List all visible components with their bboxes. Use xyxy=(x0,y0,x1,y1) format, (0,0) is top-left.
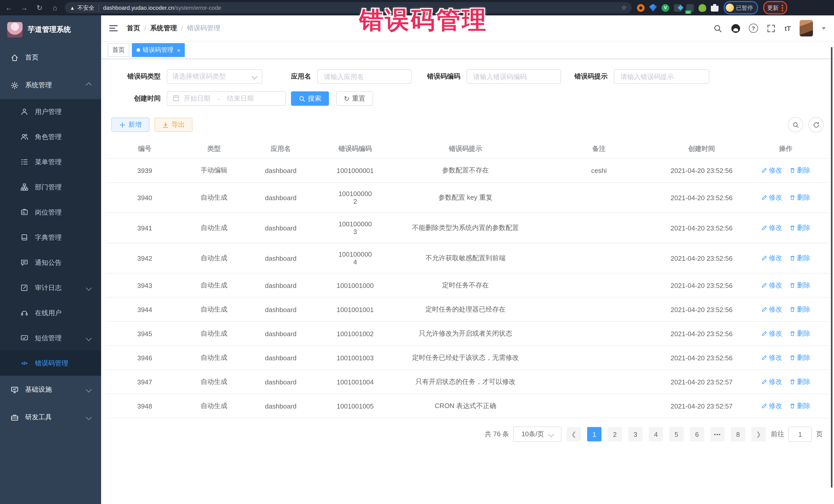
sidebar-toggle-icon[interactable] xyxy=(109,25,117,31)
start-date-placeholder[interactable]: 开始日期 xyxy=(184,94,211,103)
edit-link[interactable]: 修改 xyxy=(761,281,782,290)
prev-page-button[interactable]: ❮ xyxy=(567,427,581,441)
toggle-search-button[interactable] xyxy=(788,117,803,132)
delete-link[interactable]: 删除 xyxy=(789,166,810,175)
delete-link[interactable]: 删除 xyxy=(789,377,810,387)
edit-link[interactable]: 修改 xyxy=(761,329,782,338)
edit-link[interactable]: 修改 xyxy=(761,305,782,314)
browser-update-button[interactable]: 更新 xyxy=(763,1,787,14)
sidebar-item-dict-management[interactable]: 字典管理 xyxy=(0,225,101,250)
extension-icon[interactable] xyxy=(649,4,657,12)
page-button-1[interactable]: 1 xyxy=(587,427,601,441)
add-button[interactable]: 新增 xyxy=(111,117,149,132)
next-page-button[interactable]: ❯ xyxy=(751,427,766,441)
app-logo-row[interactable]: 芋道管理系统 xyxy=(0,15,101,44)
home-icon[interactable]: ⌂ xyxy=(48,2,62,13)
error-hint-field[interactable] xyxy=(614,69,709,84)
page-button-8[interactable]: 8 xyxy=(731,427,745,441)
error-code-field[interactable] xyxy=(466,69,561,84)
refresh-table-button[interactable] xyxy=(808,117,824,132)
delete-link[interactable]: 删除 xyxy=(789,329,810,338)
search-icon[interactable] xyxy=(713,24,722,33)
delete-link[interactable]: 删除 xyxy=(789,401,810,411)
delete-link[interactable]: 删除 xyxy=(789,353,810,363)
sidebar-item-home[interactable]: 首页 xyxy=(0,44,101,71)
delete-link[interactable]: 删除 xyxy=(789,193,810,202)
page-button-5[interactable]: 5 xyxy=(669,427,684,441)
sidebar-item-sms-management[interactable]: 短信管理 xyxy=(0,325,101,351)
edit-link[interactable]: 修改 xyxy=(761,377,782,387)
delete-link[interactable]: 删除 xyxy=(789,305,810,314)
bookmark-star-icon[interactable]: ☆ xyxy=(621,4,627,11)
error-code-label: 错误码编码 xyxy=(427,72,460,81)
reset-button[interactable]: ↻ 重置 xyxy=(336,91,373,106)
app-name-input[interactable] xyxy=(323,72,406,81)
caret-down-icon[interactable] xyxy=(822,27,826,29)
annotation-overlay-title: 错误码管理 xyxy=(359,4,487,37)
page-size-select[interactable]: 10条/页 xyxy=(513,426,562,442)
sidebar-item-user-management[interactable]: 用户管理 xyxy=(0,99,101,124)
profile-paused-badge[interactable]: 已暂停 xyxy=(724,1,758,14)
app-name-field[interactable] xyxy=(317,69,412,84)
delete-link[interactable]: 删除 xyxy=(789,223,810,233)
forward-icon[interactable]: → xyxy=(18,2,31,13)
extensions-puzzle-icon[interactable] xyxy=(711,4,719,12)
tab-home[interactable]: 首页 xyxy=(108,43,129,57)
sidebar-item-error-code-management[interactable]: </> 错误码管理 xyxy=(0,351,101,376)
reload-icon[interactable]: ↻ xyxy=(33,2,46,13)
more-pages-button[interactable]: ••• xyxy=(710,427,725,441)
sidebar-item-post-management[interactable]: 岗位管理 xyxy=(0,200,101,225)
extension-icon[interactable] xyxy=(699,4,706,12)
back-icon[interactable]: ← xyxy=(2,2,15,13)
fullscreen-icon[interactable] xyxy=(767,24,776,33)
page-button-6[interactable]: 6 xyxy=(690,427,704,441)
breadcrumb-home[interactable]: 首页 xyxy=(127,24,140,33)
page-button-2[interactable]: 2 xyxy=(608,427,622,441)
user-avatar[interactable] xyxy=(799,20,813,37)
search-button[interactable]: 搜索 xyxy=(291,91,329,106)
edit-link[interactable]: 修改 xyxy=(761,353,782,363)
github-icon[interactable] xyxy=(731,24,740,32)
edit-link[interactable]: 修改 xyxy=(761,401,782,411)
sidebar-item-dept-management[interactable]: 部门管理 xyxy=(0,175,101,200)
delete-link[interactable]: 删除 xyxy=(789,254,810,263)
sidebar-item-infrastructure[interactable]: 基础设施 xyxy=(0,376,101,403)
edit-link[interactable]: 修改 xyxy=(761,193,782,202)
sidebar-item-online-users[interactable]: 在线用户 xyxy=(0,300,101,325)
error-type-select[interactable]: 请选择错误码类型 xyxy=(167,69,262,84)
export-button[interactable]: 导出 xyxy=(154,117,193,132)
error-code-input[interactable] xyxy=(472,72,555,81)
edit-link[interactable]: 修改 xyxy=(761,254,782,263)
close-tab-icon[interactable]: × xyxy=(177,47,180,53)
font-size-icon[interactable]: tT xyxy=(785,24,791,32)
end-date-placeholder[interactable]: 结束日期 xyxy=(227,94,254,103)
error-hint-input[interactable] xyxy=(619,72,704,81)
sidebar-item-dev-tools[interactable]: 研发工具 xyxy=(0,403,101,431)
edit-link[interactable]: 修改 xyxy=(761,223,782,233)
sidebar-item-role-management[interactable]: 角色管理 xyxy=(0,124,101,149)
extension-icon[interactable] xyxy=(674,4,682,12)
address-bar[interactable]: ▲ 不安全 dashboard.yudao.iocoder.cn /system… xyxy=(65,2,632,13)
extension-icon[interactable] xyxy=(686,4,694,12)
edit-link[interactable]: 修改 xyxy=(761,166,782,175)
date-range-picker[interactable]: 开始日期 - 结束日期 xyxy=(167,91,286,106)
sidebar-item-notice[interactable]: 通知公告 xyxy=(0,250,101,275)
sidebar-item-system-management[interactable]: 系统管理 xyxy=(0,71,101,99)
toolbox-icon xyxy=(11,413,19,421)
page-button-4[interactable]: 4 xyxy=(649,427,663,441)
breadcrumb-system[interactable]: 系统管理 xyxy=(150,24,177,33)
sidebar-item-menu-management[interactable]: 菜单管理 xyxy=(0,149,101,175)
page-button-3[interactable]: 3 xyxy=(628,427,642,441)
extension-icon[interactable] xyxy=(637,4,644,12)
help-icon[interactable]: ? xyxy=(749,24,758,33)
browser-menu-icon[interactable] xyxy=(782,4,783,11)
col-header-type: 类型 xyxy=(183,139,245,158)
sidebar-item-audit-log[interactable]: 审计日志 xyxy=(0,275,101,300)
tab-error-code-management[interactable]: 错误码管理 × xyxy=(132,43,185,57)
goto-page-input[interactable] xyxy=(788,426,812,442)
create-time-label: 创建时间 xyxy=(116,94,161,103)
user-icon xyxy=(21,108,28,115)
delete-link[interactable]: 删除 xyxy=(789,281,810,290)
scrollbar[interactable] xyxy=(831,47,832,487)
extension-icon[interactable]: V xyxy=(662,4,669,12)
